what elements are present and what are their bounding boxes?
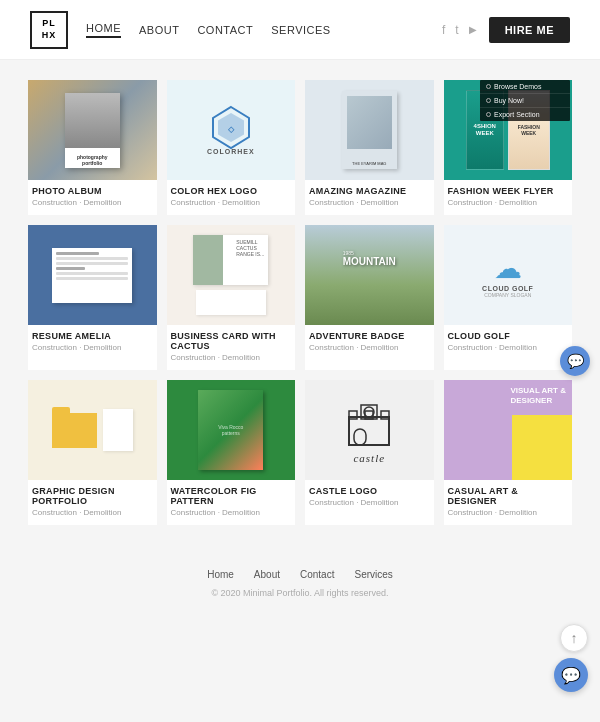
portfolio-item-castle[interactable]: castle CASTLE LOGO Construction · Demoli…	[305, 380, 434, 525]
thumb-casual: VISUAL ART &DESIGNER	[444, 380, 573, 480]
logo[interactable]: PL HX	[30, 11, 68, 49]
header-right: f t ▶ HIRE ME	[442, 17, 570, 43]
export-dot	[486, 112, 491, 117]
portfolio-tags-castle: Construction · Demolition	[309, 498, 430, 507]
resume-line-5	[56, 272, 128, 275]
portfolio-info-graphic: GRAPHIC DESIGN PORTFOLIO Construction · …	[28, 480, 157, 525]
footer-nav-about[interactable]: About	[254, 569, 280, 580]
portfolio-tags-colorhex: Construction · Demolition	[171, 198, 292, 207]
portfolio-title-graphic: GRAPHIC DESIGN PORTFOLIO	[32, 486, 153, 506]
portfolio-item-fashion[interactable]: 4SHIONWEEK FASHIONWEEK Browse Demos Buy …	[444, 80, 573, 215]
nav-services[interactable]: SERVICES	[271, 24, 330, 36]
portfolio-info-cactus: BUSINESS CARD WITH CACTUS Construction ·…	[167, 325, 296, 370]
mountain-label: 1985 MOUNTAIN	[343, 250, 396, 267]
portfolio-tags-fashion: Construction · Demolition	[448, 198, 569, 207]
fashion-text-right: FASHIONWEEK	[518, 124, 540, 136]
portfolio-tags-resume: Construction · Demolition	[32, 343, 153, 352]
overlay-export-section[interactable]: Export Section	[480, 108, 570, 121]
portfolio-info-photo-album: PHOTO ALBUM Construction · Demolition	[28, 180, 157, 215]
overlay-browse-demos[interactable]: Browse Demos	[480, 80, 570, 94]
facebook-icon[interactable]: f	[442, 23, 445, 37]
twitter-icon[interactable]: t	[455, 23, 458, 37]
fashion-text-left: 4SHIONWEEK	[474, 123, 496, 137]
portfolio-tags-casual: Construction · Demolition	[448, 508, 569, 517]
export-label: Export Section	[494, 111, 540, 118]
portfolio-info-mountain: ADVENTURE BADGE Construction · Demolitio…	[305, 325, 434, 360]
portfolio-item-watercolor[interactable]: Viva Roccopatterns WATERCOLOR FIG PATTER…	[167, 380, 296, 525]
portfolio-title-fashion: FASHION WEEK FLYER	[448, 186, 569, 196]
nav-about[interactable]: ABOUT	[139, 24, 179, 36]
portfolio-tags-cactus: Construction · Demolition	[171, 353, 292, 362]
resume-line-2	[56, 257, 128, 260]
portfolio-tags-magazine: Construction · Demolition	[309, 198, 430, 207]
footer-copyright: © 2020 Minimal Portfolio. All rights res…	[30, 588, 570, 598]
cloud-golf-icon: ☁	[494, 252, 522, 285]
portfolio-tags-photo-album: Construction · Demolition	[32, 198, 153, 207]
thumb-graphic	[28, 380, 157, 480]
chat-sidebar-button[interactable]: 💬	[560, 346, 590, 376]
portfolio-item-cloudgolf[interactable]: ☁ CLOUD GOLF COMPANY SLOGAN CLOUD GOLF C…	[444, 225, 573, 370]
hire-me-button[interactable]: HIRE ME	[489, 17, 570, 43]
scroll-top-button[interactable]: ↑	[560, 624, 588, 652]
resume-line-4	[56, 267, 85, 270]
thumb-photo-album: photographyportfolio	[28, 80, 157, 180]
portfolio-item-cactus[interactable]: SUEMILLCACTUSRANGE IS... BUSINESS CARD W…	[167, 225, 296, 370]
footer: Home About Contact Services © 2020 Minim…	[0, 545, 600, 610]
portfolio-info-casual: CASUAL ART & DESIGNER Construction · Dem…	[444, 480, 573, 525]
browse-dot	[486, 84, 491, 89]
footer-nav-contact[interactable]: Contact	[300, 569, 334, 580]
footer-nav-home[interactable]: Home	[207, 569, 234, 580]
portfolio-tags-mountain: Construction · Demolition	[309, 343, 430, 352]
portfolio-title-castle: CASTLE LOGO	[309, 486, 430, 496]
watercolor-inner-text: Viva Roccopatterns	[218, 424, 243, 436]
chat-button[interactable]: 💬	[554, 658, 588, 692]
header: PL HX HOME ABOUT CONTACT SERVICES f t ▶ …	[0, 0, 600, 60]
portfolio-title-cactus: BUSINESS CARD WITH CACTUS	[171, 331, 292, 351]
portfolio-item-colorhex[interactable]: ◇ COLORHEX COLOR HEX LOGO Construction ·…	[167, 80, 296, 215]
youtube-icon[interactable]: ▶	[469, 24, 477, 35]
portfolio-title-watercolor: WATERCOLOR FIG PATTERN	[171, 486, 292, 506]
thumb-fashion: 4SHIONWEEK FASHIONWEEK Browse Demos Buy …	[444, 80, 573, 180]
magazine-cover: THE EYARIM MAG	[342, 91, 397, 169]
cactus-card-back	[196, 290, 266, 315]
portfolio-info-fashion: FASHION WEEK FLYER Construction · Demoli…	[444, 180, 573, 215]
graphic-folder	[52, 413, 97, 448]
graphic-card	[103, 409, 133, 451]
portfolio-item-mountain[interactable]: 1985 MOUNTAIN ADVENTURE BADGE Constructi…	[305, 225, 434, 370]
buy-label: Buy Now!	[494, 97, 524, 104]
thumb-magazine: THE EYARIM MAG	[305, 80, 434, 180]
thumb-watercolor: Viva Roccopatterns	[167, 380, 296, 480]
portfolio-item-photo-album[interactable]: photographyportfolio PHOTO ALBUM Constru…	[28, 80, 157, 215]
cactus-card-text: SUEMILLCACTUSRANGE IS...	[236, 239, 264, 257]
portfolio-title-casual: CASUAL ART & DESIGNER	[448, 486, 569, 506]
cactus-card-front: SUEMILLCACTUSRANGE IS...	[193, 235, 268, 285]
footer-nav-services[interactable]: Services	[354, 569, 392, 580]
footer-nav: Home About Contact Services	[30, 569, 570, 580]
portfolio-tags-cloudgolf: Construction · Demolition	[448, 343, 569, 352]
portfolio-item-graphic[interactable]: GRAPHIC DESIGN PORTFOLIO Construction · …	[28, 380, 157, 525]
overlay-buy-now[interactable]: Buy Now!	[480, 94, 570, 108]
portfolio-title-photo-album: PHOTO ALBUM	[32, 186, 153, 196]
portfolio-info-castle: CASTLE LOGO Construction · Demolition	[305, 480, 434, 515]
thumb-colorhex: ◇ COLORHEX	[167, 80, 296, 180]
nav-home[interactable]: HOME	[86, 22, 121, 38]
colorhex-svg: ◇	[211, 105, 251, 150]
resume-line-3	[56, 262, 128, 265]
portfolio-grid: photographyportfolio PHOTO ALBUM Constru…	[0, 60, 600, 545]
portfolio-title-cloudgolf: CLOUD GOLF	[448, 331, 569, 341]
fashion-overlay-menu: Browse Demos Buy Now! Export Section	[480, 80, 570, 121]
svg-rect-4	[354, 429, 366, 445]
castle-logo-text: castle	[353, 452, 385, 464]
portfolio-item-casual[interactable]: VISUAL ART &DESIGNER CASUAL ART & DESIGN…	[444, 380, 573, 525]
colorhex-diamond: ◇	[211, 105, 251, 145]
cloudgolf-name: CLOUD GOLF	[482, 285, 533, 292]
portfolio-item-resume[interactable]: RESUME AMELIA Construction · Demolition	[28, 225, 157, 370]
portfolio-title-colorhex: COLOR HEX LOGO	[171, 186, 292, 196]
portfolio-tags-watercolor: Construction · Demolition	[171, 508, 292, 517]
portfolio-item-magazine[interactable]: THE EYARIM MAG AMAZING MAGAZINE Construc…	[305, 80, 434, 215]
nav-contact[interactable]: CONTACT	[197, 24, 253, 36]
cloudgolf-sub: COMPANY SLOGAN	[484, 292, 531, 298]
portfolio-info-resume: RESUME AMELIA Construction · Demolition	[28, 325, 157, 360]
resume-line-1	[56, 252, 99, 255]
portfolio-info-magazine: AMAZING MAGAZINE Construction · Demoliti…	[305, 180, 434, 215]
